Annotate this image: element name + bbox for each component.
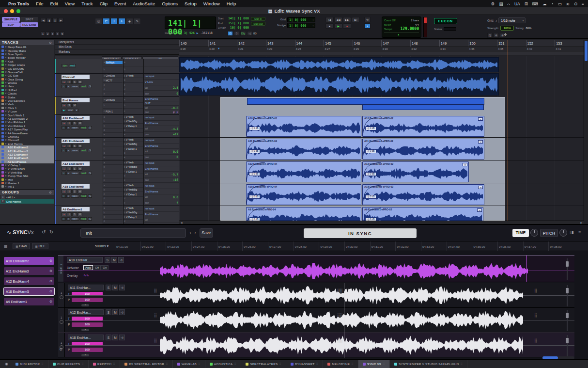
input-selector[interactable]: no input [144, 74, 179, 80]
group-name[interactable]: <ALL> [6, 195, 15, 199]
save-preset-button[interactable]: Save [200, 228, 213, 238]
volume-value[interactable]: 0.0 [173, 150, 178, 153]
track-list-name[interactable]: Wocka [8, 81, 17, 84]
record-enable-button[interactable]: ● [62, 80, 66, 84]
track-list-name[interactable]: A3 DontWalk 2 [8, 117, 28, 120]
bars-beats-ruler-label[interactable]: Bars|Beats [55, 40, 179, 45]
visibility-eye-icon[interactable]: ⊙ [49, 279, 52, 283]
audio-clip[interactable]: A11 EndHarm3-ePRO-02 ◁) 0 dB ≍ [362, 139, 484, 160]
clip-gain-badge[interactable]: ◁) 0 dB [249, 149, 260, 153]
automation-mode-chip[interactable]: read [80, 172, 88, 175]
denoise-on-button[interactable]: On [101, 265, 108, 270]
mute-button[interactable]: M [77, 190, 82, 193]
ara-tab[interactable]: SPECTRALAYERS ⠿ [241, 360, 286, 368]
zoom-preset-button[interactable]: 3 [50, 32, 55, 36]
solo-button[interactable]: S [106, 285, 111, 290]
track-list-item[interactable]: ≋ Init 1 [0, 185, 54, 188]
solo-button[interactable]: S [72, 121, 77, 125]
visibility-eye-icon[interactable]: ⊙ [49, 289, 52, 293]
send-slot[interactable]: V Verb [126, 184, 143, 187]
input-monitor-button[interactable]: I [67, 80, 72, 84]
audio-clip[interactable]: A12 EndHarm4-ePRO-04 ◁) 0 dB [246, 161, 361, 182]
menu-item[interactable]: Track [78, 1, 96, 6]
output-selector[interactable]: End Harms [144, 166, 179, 172]
track-list-name[interactable]: Orca String [8, 78, 23, 81]
undo-button[interactable]: ↺ [42, 229, 46, 235]
track-list-name[interactable]: V Verb Short [8, 167, 25, 170]
ara-tab[interactable]: DYNASSERT ⠿ [286, 360, 323, 368]
track-list-name[interactable]: GC Sub [8, 74, 18, 77]
pan-value[interactable]: +17 [173, 132, 178, 136]
crossfade-icon[interactable]: ≍ [478, 117, 483, 121]
insert-slot[interactable]: ChnStrp [106, 74, 123, 77]
count-off-value[interactable]: 2 bars [411, 19, 419, 22]
ref-tab-label[interactable]: REF 1 [58, 256, 63, 282]
sel-end-value[interactable]: 151| 1| 000 [228, 21, 249, 25]
send-slot[interactable]: V VerbBig [126, 211, 143, 214]
plugin-timeline-ruler[interactable]: 04:21.0004:22.0004:23.0004:24.0004:25.00… [115, 241, 574, 251]
crossfade-icon[interactable]: ≍ [478, 140, 483, 144]
clip-gain-badge[interactable]: ◁) 0 dB [249, 195, 260, 199]
folder-clip[interactable] [247, 98, 484, 105]
input-selector[interactable]: no input [144, 138, 179, 144]
track-list-item[interactable]: ≋ Finger snaps [0, 63, 54, 66]
solo-safe-chip[interactable]: S [88, 85, 92, 88]
home-icon[interactable]: ◉ [5, 362, 8, 366]
row-level-slider[interactable] [565, 285, 569, 306]
time-mode-button[interactable]: TIME [512, 229, 529, 237]
mute-button[interactable]: M [77, 121, 82, 125]
track-list-item[interactable]: ≋ V Delay 1 [0, 163, 54, 167]
scrollbar-thumb[interactable] [585, 41, 588, 61]
clip-gain-badge[interactable]: ◁) 0 dB [365, 172, 376, 176]
status-icon[interactable]: ▤ [499, 1, 503, 6]
plugin-track-chip[interactable]: A10 EndHarm2 ⊙ [4, 257, 54, 265]
record-enable-button[interactable]: ● [62, 190, 66, 193]
track-list-name[interactable]: Init 1 [8, 185, 14, 188]
plugin-track-chip[interactable]: A9 EndHarm1 ⊙ [4, 298, 54, 305]
send-slot[interactable]: V Delay 1 [126, 193, 143, 196]
zoom-preset-button[interactable]: 2 [46, 32, 50, 36]
mute-button[interactable]: M [112, 285, 118, 290]
sync-anchor-handle[interactable]: ⣿ [154, 313, 158, 327]
view-selector-chip[interactable]: wave [71, 194, 79, 198]
send-slot[interactable]: V Delay 1 [126, 170, 143, 173]
zoom-resolution-dropdown[interactable]: 500ms ▾ [95, 244, 108, 248]
solo-button[interactable]: S [106, 335, 111, 340]
denoise-auto-button[interactable]: Auto [83, 265, 93, 270]
track-nameplate[interactable]: A9 EndHarm1 [62, 207, 90, 211]
input-monitor-button[interactable]: I [67, 190, 72, 193]
track-list-item[interactable]: ≋ Deep Bass.01 [0, 45, 54, 48]
input-monitor-button[interactable]: I [67, 212, 72, 216]
track-list-item[interactable]: ≋ Block Melody [0, 56, 54, 59]
loop-button[interactable]: ⟲ [364, 17, 371, 22]
view-selector-chip[interactable]: wave [71, 85, 79, 88]
track-list-item[interactable]: ≋ Stabs [0, 95, 54, 98]
zero-chip[interactable]: 0 [234, 31, 239, 36]
row-track-name[interactable]: A11 EndHar... [68, 285, 104, 290]
send-slot[interactable]: V VerbBig [126, 165, 143, 168]
menu-item[interactable]: File [32, 1, 46, 6]
markers-ruler[interactable] [179, 51, 584, 55]
input-selector[interactable]: no input [144, 160, 179, 166]
input-selector[interactable]: no input [144, 206, 179, 212]
waveform-view-chip[interactable]: ≈ [62, 149, 66, 152]
speaker-button[interactable]: ◁) [119, 309, 125, 315]
track-nameplate[interactable]: A12 EndHarm4 [62, 161, 90, 166]
redo-button[interactable]: ↻ [49, 229, 53, 235]
row-track-name[interactable]: A12 EndHar... [68, 309, 104, 315]
track-nameplate[interactable]: Chorus2 [62, 75, 90, 79]
track-list-item[interactable]: ≋ Wocka [0, 81, 54, 84]
solo-safe-chip[interactable]: S [88, 126, 92, 129]
insert-slot[interactable]: ChnStrp [106, 98, 123, 101]
collapse-handle[interactable]: ▾ [81, 304, 89, 306]
solo-safe-chip[interactable]: S [88, 172, 92, 175]
track-list-item[interactable]: ≋ GC DRUMS [0, 66, 54, 70]
status-icon[interactable]: ◔ [551, 1, 554, 6]
automation-mode-chip[interactable]: read [80, 217, 88, 221]
elastic-audio-chip[interactable]: e [66, 126, 71, 129]
track-list-item[interactable]: ≋ A4 NeverKnew [0, 131, 54, 134]
menu-item[interactable]: Window [200, 1, 223, 6]
eye-icon[interactable]: ⊙ [49, 41, 52, 44]
menu-icon[interactable]: ≡ [578, 230, 581, 235]
track-list-name[interactable]: Vox Riddim 2 [8, 124, 25, 128]
